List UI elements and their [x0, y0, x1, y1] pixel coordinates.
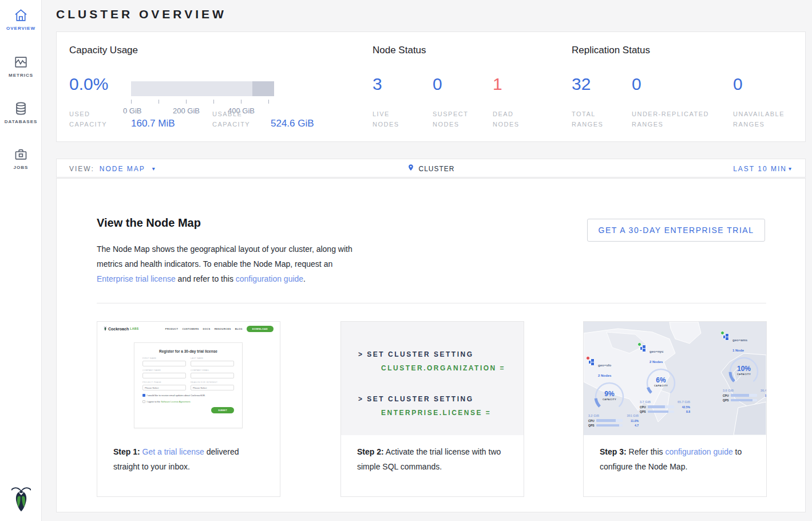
used-capacity-label: USED CAPACITY [69, 109, 115, 129]
step3-card: geo=sfo2 Nodes 9% CAPACITY 3.2 GiB351 Gi… [583, 321, 767, 497]
node-stack-icon [588, 358, 596, 366]
node-map-heading: View the Node Map [97, 216, 201, 230]
cpu-value: 12.3% [765, 394, 766, 397]
mini-cockroach-logo: Cockroach LABS [104, 326, 138, 331]
step3-text: Refer this [627, 447, 666, 456]
breadcrumb: CLUSTER [407, 159, 454, 178]
node-map-description: The Node Map shows the geographical layo… [97, 242, 366, 286]
mini-project-phase-select: Please Select [142, 385, 186, 390]
view-value[interactable]: NODE MAP [100, 165, 145, 173]
mini-brand-name: Cockroach [108, 327, 129, 331]
mini-field-label: COMPANY NAME [142, 369, 186, 372]
step3-node-map-preview: geo=sfo2 Nodes 9% CAPACITY 3.2 GiB351 Gi… [584, 322, 766, 435]
step1-label: Step 1: [113, 447, 140, 456]
page-title: CLUSTER OVERVIEW [56, 7, 227, 21]
view-bar: VIEW: NODE MAP ▾ CLUSTER LAST 10 MIN ▾ [56, 159, 806, 177]
mini-field-label: LAST NAME [191, 357, 234, 360]
replication-status-title: Replication Status [572, 45, 650, 56]
qps-label: QPS [640, 410, 646, 413]
step3-caption: Step 3: Refer this configuration guide t… [584, 435, 766, 474]
mini-field-label: PROJECT PHASE [142, 381, 186, 384]
mini-checkbox-checked [142, 394, 145, 397]
node-count: 1 Node [732, 349, 744, 352]
node-stack-icon [640, 345, 647, 352]
mini-nav-resources: RESOURCES [215, 327, 231, 330]
total-capacity: 65.7 GiB [678, 400, 690, 404]
sidebar-item-label: METRICS [0, 73, 42, 78]
used-capacity: 3.7 GiB [640, 400, 651, 404]
enterprise-trial-license-link[interactable]: Enterprise trial license [97, 274, 176, 283]
mini-checkbox1-label: I would like to receive email updates ab… [147, 394, 205, 397]
configuration-guide-link[interactable]: configuration guide [236, 274, 303, 283]
unavailable-ranges-label: UNAVAILABLE RANGES [733, 109, 796, 129]
tick-label-200: 200 GiB [173, 106, 200, 115]
node-map-panel: View the Node Map The Node Map shows the… [56, 178, 806, 512]
node-status-title: Node Status [373, 45, 426, 56]
enterprise-trial-button[interactable]: GET A 30-DAY ENTERPRISE TRIAL [587, 219, 765, 242]
sidebar-item-jobs[interactable]: JOBS [0, 147, 42, 170]
step2-label: Step 2: [357, 447, 384, 456]
cpu-label: CPU [723, 394, 729, 397]
node-map-location-nyc[interactable]: geo=nyc2 Nodes 6% CAPACITY 3.7 GiB65.7 G… [640, 345, 692, 413]
view-selector[interactable]: VIEW: NODE MAP ▾ [69, 159, 155, 178]
map-pin-icon [407, 163, 414, 174]
node-count: 2 Nodes [598, 374, 611, 377]
mini-brand-suffix: LABS [130, 327, 138, 330]
sidebar: OVERVIEW METRICS DATABASES JOBS [0, 0, 42, 521]
divider [97, 303, 766, 303]
total-ranges-label: TOTAL RANGES [572, 109, 615, 129]
dead-node-status-dot [586, 356, 590, 360]
suspect-nodes-value: 0 [433, 74, 442, 94]
live-nodes-label: LIVE NODES [373, 109, 415, 129]
live-node-status-dot [637, 342, 641, 346]
sidebar-item-databases[interactable]: DATABASES [0, 101, 42, 124]
time-range-selector[interactable]: LAST 10 MIN ▾ [733, 159, 791, 178]
mini-nav-product: PRODUCT [165, 327, 179, 330]
step1-screenshot: Cockroach LABS PRODUCT CUSTOMERS DOCS RE… [97, 322, 280, 435]
mini-field-label: COMPANY EMAIL [191, 369, 234, 372]
databases-icon [13, 101, 29, 116]
cpu-label: CPU [588, 419, 595, 423]
used-capacity: 3.6 GiB [723, 389, 734, 392]
live-nodes-value: 3 [373, 74, 382, 94]
node-map-location-ams[interactable]: geo=ams1 Node 10% CAPACITY 3.6 GiB36.4 G… [723, 333, 766, 402]
capacity-label: CAPACITY [592, 398, 627, 401]
get-trial-license-link[interactable]: Get a trial license [142, 447, 204, 456]
home-icon [13, 7, 29, 23]
mini-trial-form: Register for a 30-day trial license FIRS… [134, 342, 243, 428]
suspect-nodes-label: SUSPECT NODES [433, 109, 476, 129]
sidebar-item-metrics[interactable]: METRICS [0, 54, 42, 78]
mini-nav-docs: DOCS [203, 327, 211, 330]
locality-name: geo=sfo [598, 364, 611, 367]
usable-capacity-value: 524.6 GiB [271, 118, 314, 129]
mini-first-name-input [142, 361, 186, 366]
used-capacity: 3.2 GiB [588, 414, 599, 417]
total-capacity: 36.4 GiB [760, 389, 766, 392]
capacity-gauge: 10% CAPACITY [726, 355, 762, 388]
sidebar-item-label: OVERVIEW [0, 26, 42, 31]
sql-setting: CLUSTER.ORGANIZATION = [358, 361, 524, 375]
node-count: 2 Nodes [649, 360, 663, 364]
breadcrumb-cluster[interactable]: CLUSTER [418, 165, 454, 173]
mini-checkbox-empty [142, 400, 145, 403]
description-text: and refer to this [176, 274, 236, 283]
mini-nav-blog: BLOG [235, 327, 243, 330]
mini-download-button: DOWNLOAD [247, 326, 274, 332]
capacity-usage-title: Capacity Usage [69, 45, 138, 56]
cpu-value: 42.5% [682, 405, 690, 409]
qps-label: QPS [588, 424, 595, 427]
mini-license-agreement-link: Software License Agreement. [161, 400, 191, 403]
tick-label-0: 0 GiB [123, 106, 142, 115]
node-map-location-sfo[interactable]: geo=sfo2 Nodes 9% CAPACITY 3.2 GiB351 Gi… [588, 358, 641, 427]
description-text: . [303, 274, 306, 283]
capacity-axis-ticks [131, 100, 274, 104]
configuration-guide-link[interactable]: configuration guide [665, 447, 732, 456]
capacity-bar-dark-segment [252, 81, 274, 96]
locality-name: geo=ams [732, 338, 747, 342]
unavailable-ranges-value: 0 [733, 74, 743, 94]
jobs-icon [13, 147, 29, 162]
step2-card: > SET CLUSTER SETTING CLUSTER.ORGANIZATI… [340, 321, 524, 497]
cpu-label: CPU [640, 405, 646, 409]
total-ranges-value: 32 [572, 74, 591, 94]
sidebar-item-overview[interactable]: OVERVIEW [0, 7, 42, 31]
